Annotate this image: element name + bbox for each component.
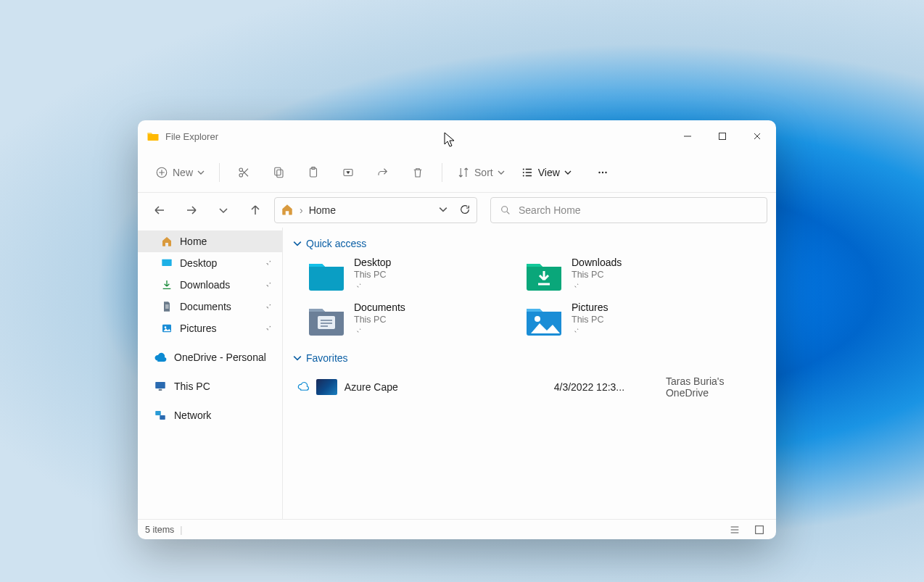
up-button[interactable] xyxy=(242,197,268,223)
cut-button[interactable] xyxy=(228,159,259,186)
share-icon xyxy=(376,166,389,179)
cloud-status-icon xyxy=(297,381,309,394)
clipboard-icon xyxy=(307,166,320,179)
pin-icon xyxy=(354,326,405,336)
new-button[interactable]: New xyxy=(149,159,210,186)
favorite-item[interactable]: Azure Cape 4/3/2022 12:3... Taras Buria'… xyxy=(293,371,766,403)
favorite-date: 4/3/2022 12:3... xyxy=(554,381,659,393)
picture-icon xyxy=(161,323,173,334)
sort-icon xyxy=(457,166,470,179)
tile-pictures[interactable]: Pictures This PC xyxy=(525,302,714,338)
toolbar-separator xyxy=(442,163,442,182)
documents-folder-icon xyxy=(308,302,345,338)
view-button[interactable]: View xyxy=(515,159,577,186)
svg-point-14 xyxy=(605,171,606,172)
minimize-button[interactable] xyxy=(670,120,705,152)
paste-button[interactable] xyxy=(298,159,329,186)
copy-button[interactable] xyxy=(263,159,294,186)
chevron-down-icon xyxy=(293,239,302,248)
svg-point-12 xyxy=(598,171,600,172)
breadcrumb-separator: › xyxy=(300,204,303,216)
recent-locations-button[interactable] xyxy=(210,197,236,223)
sidebar-item-pictures[interactable]: Pictures xyxy=(138,317,282,339)
sidebar-item-network[interactable]: Network xyxy=(138,404,282,426)
scissors-icon xyxy=(237,166,250,179)
group-header-favorites[interactable]: Favorites xyxy=(293,352,766,364)
body: Home Desktop Downloads Documents xyxy=(138,228,776,519)
svg-rect-19 xyxy=(155,382,165,388)
sidebar-item-label: Desktop xyxy=(180,257,217,269)
tile-downloads[interactable]: Downloads This PC xyxy=(525,257,714,293)
sidebar-item-thispc[interactable]: This PC xyxy=(138,375,282,397)
tile-documents[interactable]: Documents This PC xyxy=(308,302,496,338)
network-icon xyxy=(154,409,167,422)
status-text: 5 items xyxy=(145,525,174,535)
details-view-button[interactable] xyxy=(725,522,744,538)
tile-location: This PC xyxy=(572,270,622,280)
chevron-down-icon xyxy=(293,354,302,362)
thumbnail xyxy=(316,379,337,395)
view-label: View xyxy=(538,167,560,178)
document-icon xyxy=(161,301,173,312)
grid-icon xyxy=(754,524,765,536)
desktop-folder-icon xyxy=(308,257,345,293)
back-button[interactable] xyxy=(147,197,173,223)
nav-row: › Home xyxy=(138,193,776,228)
sort-button[interactable]: Sort xyxy=(451,159,511,186)
pin-icon xyxy=(263,257,272,269)
svg-rect-5 xyxy=(277,170,283,178)
pin-icon xyxy=(263,323,272,334)
group-header-quick-access[interactable]: Quick access xyxy=(293,238,766,249)
more-button[interactable] xyxy=(587,159,618,186)
forward-button[interactable] xyxy=(178,197,205,223)
tile-desktop[interactable]: Desktop This PC xyxy=(308,257,496,293)
content-pane: Quick access Desktop This PC xyxy=(283,228,776,519)
address-bar[interactable]: › Home xyxy=(274,197,477,223)
sidebar-item-home[interactable]: Home xyxy=(138,230,282,252)
search-box[interactable] xyxy=(490,197,767,223)
home-icon xyxy=(161,236,173,247)
sidebar-item-downloads[interactable]: Downloads xyxy=(138,274,282,296)
chevron-down-icon xyxy=(498,169,505,176)
sidebar-item-label: This PC xyxy=(174,381,210,392)
delete-button[interactable] xyxy=(403,159,433,186)
list-icon xyxy=(729,524,741,536)
download-icon xyxy=(161,279,173,291)
sidebar-item-label: OneDrive - Personal xyxy=(174,352,266,363)
svg-point-15 xyxy=(502,207,508,212)
svg-point-18 xyxy=(165,326,167,328)
svg-point-13 xyxy=(602,171,603,172)
tile-name: Pictures xyxy=(572,302,609,313)
address-dropdown-button[interactable] xyxy=(439,204,447,216)
downloads-folder-icon xyxy=(525,257,563,293)
search-input[interactable] xyxy=(519,204,758,216)
copy-icon xyxy=(272,166,285,179)
refresh-icon xyxy=(459,204,471,215)
status-bar: 5 items | xyxy=(138,519,776,539)
pin-icon xyxy=(572,326,609,336)
svg-point-11 xyxy=(522,175,524,176)
breadcrumb-location: Home xyxy=(309,204,336,216)
sort-label: Sort xyxy=(474,167,493,178)
rename-button[interactable] xyxy=(333,159,363,186)
svg-point-24 xyxy=(535,316,540,322)
tile-location: This PC xyxy=(354,270,391,280)
sidebar-item-documents[interactable]: Documents xyxy=(138,296,282,317)
sidebar-item-label: Pictures xyxy=(180,323,217,334)
svg-rect-23 xyxy=(318,316,335,329)
svg-rect-22 xyxy=(160,415,165,420)
app-icon xyxy=(147,130,160,143)
quick-access-tiles: Desktop This PC Downloads This PC xyxy=(293,257,766,338)
sidebar-item-onedrive[interactable]: OneDrive - Personal xyxy=(138,346,282,368)
maximize-button[interactable] xyxy=(705,120,740,152)
share-button[interactable] xyxy=(368,159,398,186)
close-button[interactable] xyxy=(740,120,775,152)
sidebar-item-desktop[interactable]: Desktop xyxy=(138,252,282,274)
refresh-button[interactable] xyxy=(459,204,471,217)
tile-name: Desktop xyxy=(354,257,391,268)
tile-location: This PC xyxy=(572,315,609,325)
toolbar: New Sort View xyxy=(138,152,776,193)
titlebar[interactable]: File Explorer xyxy=(138,120,776,152)
tiles-view-button[interactable] xyxy=(750,522,769,538)
trash-icon xyxy=(411,166,424,179)
